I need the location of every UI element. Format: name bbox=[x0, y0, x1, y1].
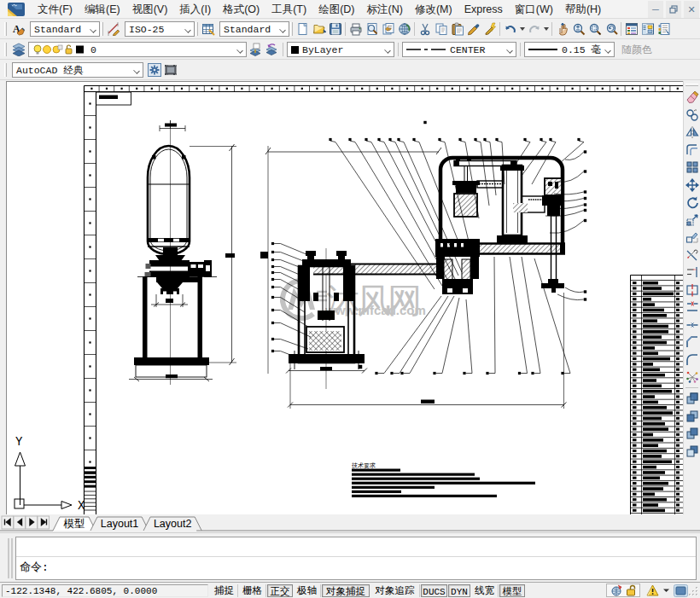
properties-icon[interactable] bbox=[624, 21, 639, 37]
blockeditor-icon[interactable] bbox=[482, 21, 498, 37]
fillet-icon[interactable] bbox=[685, 352, 700, 368]
publish-icon[interactable] bbox=[381, 21, 396, 37]
toolpalettes-icon[interactable] bbox=[656, 21, 672, 37]
break-icon[interactable] bbox=[685, 299, 700, 315]
stretch-icon[interactable] bbox=[685, 229, 700, 245]
toolbar-grip[interactable] bbox=[290, 22, 293, 36]
workspace-combo[interactable]: AutoCAD 经典 bbox=[12, 62, 143, 78]
linetype-combo[interactable]: CENTER bbox=[402, 42, 516, 57]
menu-插入I[interactable]: 插入(I) bbox=[173, 1, 217, 18]
breakpt-icon[interactable] bbox=[685, 282, 700, 298]
plot-icon[interactable] bbox=[348, 21, 364, 37]
toggle-模型[interactable]: 模型 bbox=[499, 584, 525, 597]
table-style-icon[interactable] bbox=[201, 21, 216, 37]
extend-icon[interactable] bbox=[685, 264, 700, 280]
trusted-dwg-alert-icon[interactable] bbox=[646, 584, 659, 596]
save-icon[interactable] bbox=[328, 21, 343, 37]
toolbar-grip[interactable] bbox=[685, 84, 698, 86]
menu-格式O[interactable]: 格式(O) bbox=[217, 1, 265, 18]
explode-icon[interactable] bbox=[685, 369, 700, 385]
command-text-area[interactable]: 命令: bbox=[15, 537, 697, 580]
color-combo[interactable]: ByLayer bbox=[287, 42, 394, 57]
toggle-极轴[interactable]: 极轴 bbox=[294, 584, 321, 597]
chamfer-icon[interactable] bbox=[685, 334, 700, 350]
tab-Layout2[interactable]: Layout2 bbox=[143, 517, 201, 531]
offset-icon[interactable] bbox=[685, 142, 700, 158]
lineweight-combo[interactable]: 0.15 毫 bbox=[524, 42, 615, 57]
move-icon[interactable] bbox=[685, 177, 700, 193]
order-back-icon[interactable] bbox=[685, 409, 700, 424]
menu-工具T[interactable]: 工具(T) bbox=[265, 1, 312, 18]
redo-icon[interactable] bbox=[527, 21, 542, 37]
trim-icon[interactable] bbox=[685, 247, 700, 263]
erase-icon[interactable] bbox=[685, 90, 700, 105]
toggle-栅格[interactable]: 栅格 bbox=[239, 584, 266, 597]
text-style-icon[interactable]: A bbox=[11, 21, 26, 37]
order-under-icon[interactable] bbox=[685, 444, 700, 459]
zoom-window-icon[interactable] bbox=[587, 21, 603, 37]
web-icon[interactable] bbox=[397, 21, 412, 37]
flyout-caret-icon[interactable] bbox=[544, 27, 549, 31]
close-button[interactable]: ✕ bbox=[684, 1, 699, 18]
tab-nav-last[interactable] bbox=[38, 516, 50, 529]
communication-center-icon[interactable] bbox=[610, 584, 622, 596]
restore-button[interactable] bbox=[666, 1, 681, 18]
menu-帮助H[interactable]: 帮助(H) bbox=[559, 1, 607, 18]
tab-nav-prev[interactable] bbox=[14, 516, 26, 529]
matchprop-icon[interactable] bbox=[466, 21, 481, 37]
coordinates-readout[interactable]: -122.1348, 422.6805, 0.0000 bbox=[2, 584, 208, 597]
toggle-线宽[interactable]: 线宽 bbox=[471, 584, 499, 597]
rotate-icon[interactable] bbox=[685, 194, 700, 210]
layer-combo[interactable]: 0 bbox=[28, 42, 247, 57]
text-style-combo[interactable]: Standard bbox=[30, 21, 100, 37]
toolbar-grip[interactable] bbox=[4, 63, 7, 77]
my-workspace-icon[interactable] bbox=[163, 62, 178, 78]
preview-icon[interactable] bbox=[365, 21, 380, 37]
menu-编辑E[interactable]: 编辑(E) bbox=[79, 1, 126, 18]
clean-screen-icon[interactable] bbox=[674, 584, 688, 597]
mirror-icon[interactable] bbox=[685, 125, 700, 140]
menu-修改M[interactable]: 修改(M) bbox=[409, 1, 458, 18]
layer-properties-manager-icon[interactable] bbox=[11, 42, 26, 57]
cut-icon[interactable] bbox=[417, 21, 433, 37]
open-icon[interactable] bbox=[312, 21, 327, 37]
designcenter-icon[interactable] bbox=[640, 21, 656, 37]
pan-icon[interactable] bbox=[555, 21, 570, 37]
toolbar-grip[interactable] bbox=[4, 43, 7, 56]
toggle-正交[interactable]: 正交 bbox=[267, 584, 293, 597]
toggle-DUCS[interactable]: DUCS bbox=[421, 584, 447, 597]
minimize-button[interactable]: ─ bbox=[648, 1, 663, 18]
resize-grip[interactable] bbox=[688, 586, 699, 597]
drawing-canvas[interactable]: 沐风网www.mfcad.com技术要求YX bbox=[6, 81, 683, 514]
flyout-caret-icon[interactable] bbox=[520, 27, 525, 31]
workspace-settings-icon[interactable] bbox=[147, 62, 162, 78]
copy-icon[interactable] bbox=[434, 21, 449, 37]
table-style-combo[interactable]: Standard bbox=[219, 21, 289, 37]
copyobj-icon[interactable] bbox=[685, 107, 700, 123]
make-object-layer-current-icon[interactable] bbox=[248, 42, 263, 57]
menu-标注N[interactable]: 标注(N) bbox=[361, 1, 409, 18]
menu-窗口W[interactable]: 窗口(W) bbox=[509, 1, 559, 18]
layer-previous-icon[interactable] bbox=[264, 42, 279, 57]
paste-icon[interactable] bbox=[450, 21, 465, 37]
tab-nav-first[interactable] bbox=[2, 516, 14, 529]
undo-icon[interactable] bbox=[503, 21, 518, 37]
array-icon[interactable] bbox=[685, 160, 700, 175]
toolbar-grip[interactable] bbox=[195, 22, 198, 36]
dim-style-combo[interactable]: ISO-25 bbox=[125, 21, 195, 37]
tab-模型[interactable]: 模型 bbox=[53, 517, 96, 531]
dim-style-icon[interactable] bbox=[106, 21, 121, 37]
toolbar-grip[interactable] bbox=[4, 22, 7, 36]
menu-文件F[interactable]: 文件(F) bbox=[32, 1, 79, 18]
menu-视图V[interactable]: 视图(V) bbox=[126, 1, 174, 18]
toolbar-grip[interactable] bbox=[101, 22, 103, 36]
command-window-grip[interactable] bbox=[8, 538, 13, 578]
join-icon[interactable] bbox=[685, 317, 700, 333]
zoom-realtime-icon[interactable] bbox=[571, 21, 586, 37]
zoom-previous-icon[interactable] bbox=[604, 21, 619, 37]
order-above-icon[interactable] bbox=[685, 426, 700, 441]
order-front-icon[interactable] bbox=[685, 391, 700, 406]
scale-icon[interactable] bbox=[685, 212, 700, 228]
toggle-DYN[interactable]: DYN bbox=[448, 584, 470, 597]
toggle-捕捉[interactable]: 捕捉 bbox=[211, 584, 238, 597]
